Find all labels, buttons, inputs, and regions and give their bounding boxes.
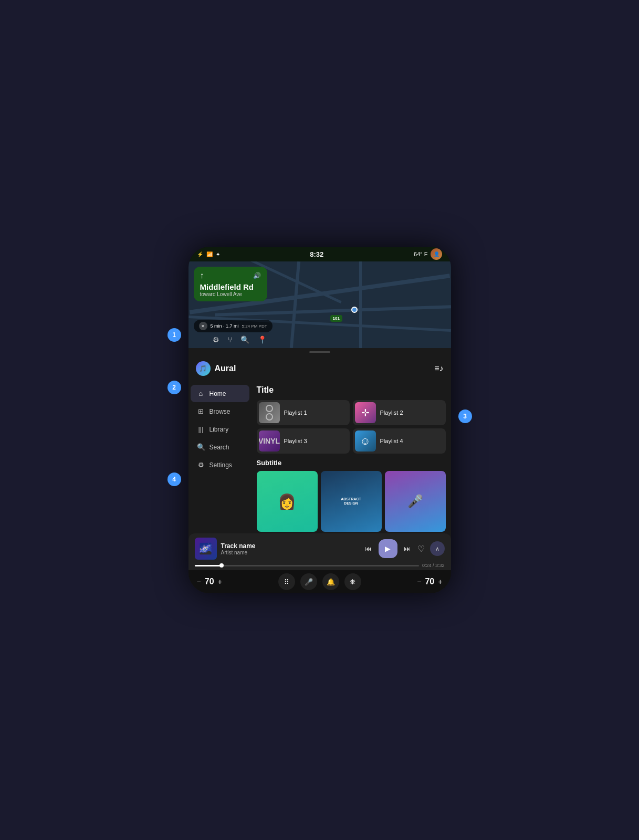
- sidebar-item-browse[interactable]: ⊞ Browse: [191, 403, 249, 420]
- nav-street: Middlefield Rd: [200, 282, 261, 291]
- temperature: 64° F: [414, 251, 427, 257]
- user-avatar[interactable]: 👤: [431, 248, 442, 260]
- app-name: Aural: [215, 364, 236, 373]
- time-display: 0:24 / 3:32: [422, 563, 445, 568]
- sidebar-label-home: Home: [209, 390, 226, 397]
- clock: 8:32: [310, 250, 323, 258]
- prev-button[interactable]: ⏮: [364, 543, 373, 554]
- player-controls: ⏮ ▶ ⏭ ♡ ∧: [364, 539, 445, 558]
- player-album-art: 🌌: [195, 538, 217, 560]
- playlist-grid: Playlist 1 ⊹ Playlist 2 VINYL: [257, 400, 446, 454]
- playlist-card-2[interactable]: ⊹ Playlist 2: [353, 400, 446, 425]
- playlist-thumb-1: [259, 402, 280, 423]
- mic-button[interactable]: 🎤: [300, 573, 317, 590]
- playlist-thumb-2: ⊹: [355, 402, 376, 423]
- expand-player-button[interactable]: ∧: [430, 541, 445, 556]
- nav-eta: 5 min · 1.7 mi: [211, 323, 239, 329]
- content-area: Title Playlist 1: [252, 381, 451, 533]
- annotation-3: 3: [458, 410, 472, 423]
- vol-right-value: 70: [423, 577, 436, 586]
- progress-track[interactable]: [195, 565, 419, 566]
- sidebar-item-settings[interactable]: ⚙ Settings: [191, 456, 249, 474]
- app-header: 🎵 Aural ≡♪: [188, 356, 451, 381]
- vol-left: − 70 +: [197, 577, 222, 586]
- nav-card: ↑ 🔊 Middlefield Rd toward Lowell Ave: [194, 267, 267, 301]
- annotation-4: 4: [167, 472, 181, 486]
- vol-left-plus[interactable]: +: [218, 578, 222, 586]
- player-artist-name: Artist name: [221, 550, 360, 555]
- playlist-name-1: Playlist 1: [284, 410, 307, 416]
- like-button[interactable]: ♡: [417, 544, 425, 554]
- map-section: ↑ 🔊 Middlefield Rd toward Lowell Ave 101…: [188, 261, 451, 348]
- album-art-1: 👩: [257, 471, 318, 532]
- music-app: 🎵 Aural ≡♪ ⌂ Home ⊞ Browse: [188, 356, 451, 593]
- bluetooth-icon: ⚡: [197, 251, 203, 257]
- playlist-name-2: Playlist 2: [380, 410, 403, 416]
- progress-fill: [195, 565, 222, 566]
- sidebar: ⌂ Home ⊞ Browse ||| Library 🔍 Search: [188, 381, 252, 533]
- vol-right-plus[interactable]: +: [438, 578, 442, 586]
- gear-icon: ⚙: [197, 461, 205, 469]
- playlist-thumb-4: ☺: [355, 430, 376, 452]
- queue-icon[interactable]: ≡♪: [434, 364, 443, 373]
- sidebar-item-search[interactable]: 🔍 Search: [191, 438, 249, 456]
- browse-icon: ⊞: [197, 407, 205, 415]
- play-button[interactable]: ▶: [379, 539, 397, 558]
- album-art-2: ABSTRACTDESIGN: [321, 471, 382, 532]
- status-bar: ⚡ 📶 ✦ 8:32 64° F 👤: [188, 247, 451, 261]
- vol-right-minus[interactable]: −: [417, 578, 421, 586]
- app-logo: 🎵: [196, 361, 211, 376]
- sidebar-item-home[interactable]: ⌂ Home: [191, 385, 249, 402]
- nav-direction-icon: ↑: [200, 271, 204, 280]
- climate-button[interactable]: ❋: [344, 573, 361, 590]
- search-icon: 🔍: [197, 443, 205, 451]
- section-subtitle: Subtitle: [257, 459, 446, 467]
- signal-icon: 📶: [206, 251, 213, 257]
- sidebar-label-search: Search: [209, 444, 229, 451]
- pin-icon[interactable]: 📍: [258, 335, 267, 344]
- album-card-3[interactable]: 🎤 Playlist name 3: [385, 471, 446, 533]
- sidebar-item-library[interactable]: ||| Library: [191, 421, 249, 438]
- playlist-name-4: Playlist 4: [380, 438, 403, 444]
- highway-badge: 101: [330, 315, 342, 322]
- playlist-card-4[interactable]: ☺ Playlist 4: [353, 428, 446, 454]
- playlist-card-3[interactable]: VINYL Playlist 3: [257, 428, 350, 454]
- search-map-icon[interactable]: 🔍: [240, 335, 249, 344]
- album-card-2[interactable]: ABSTRACTDESIGN Playlist name 2: [321, 471, 382, 533]
- main-content: ⌂ Home ⊞ Browse ||| Library 🔍 Search: [188, 381, 451, 533]
- playlist-card-1[interactable]: Playlist 1: [257, 400, 350, 425]
- bottom-icons: ⠿ 🎤 🔔 ❋: [278, 573, 361, 590]
- drag-handle[interactable]: [188, 348, 451, 356]
- player-track-name: Track name: [221, 542, 360, 550]
- album-card-1[interactable]: 👩 Playlist name 1: [257, 471, 318, 533]
- notification-button[interactable]: 🔔: [322, 573, 339, 590]
- settings-map-icon[interactable]: ⚙: [213, 335, 219, 344]
- vol-right: − 70 +: [417, 577, 442, 586]
- player-info: Track name Artist name: [221, 542, 360, 555]
- sidebar-label-browse: Browse: [209, 408, 231, 415]
- nav-toward: toward Lowell Ave: [200, 291, 261, 297]
- close-nav-button[interactable]: ✕: [199, 322, 207, 330]
- apps-button[interactable]: ⠿: [278, 573, 295, 590]
- brightness-icon: ✦: [216, 251, 220, 257]
- bottom-bar: − 70 + ⠿ 🎤 🔔 ❋ − 70 +: [188, 570, 451, 593]
- playlist-thumb-3: VINYL: [259, 430, 280, 452]
- route-icon[interactable]: ⑂: [228, 335, 232, 344]
- home-icon: ⌂: [197, 390, 205, 397]
- vol-left-minus[interactable]: −: [197, 578, 201, 586]
- nav-volume-icon[interactable]: 🔊: [253, 272, 261, 279]
- phone-frame: ⚡ 📶 ✦ 8:32 64° F 👤 ↑: [188, 247, 451, 593]
- sidebar-label-library: Library: [209, 426, 229, 433]
- sidebar-label-settings: Settings: [209, 461, 232, 469]
- next-button[interactable]: ⏭: [403, 543, 412, 554]
- progress-dot: [219, 563, 224, 568]
- progress-row: 0:24 / 3:32: [195, 563, 445, 568]
- location-dot: [351, 307, 358, 313]
- album-row: 👩 Playlist name 1 ABSTRACTDESIGN Playlis…: [257, 471, 446, 533]
- nav-arrival: 5:24 PM PDT: [242, 324, 267, 329]
- library-icon: |||: [197, 425, 205, 433]
- player-bar: 🌌 Track name Artist name ⏮ ▶ ⏭ ♡ ∧: [188, 533, 451, 570]
- vol-left-value: 70: [203, 577, 216, 586]
- playlist-name-3: Playlist 3: [284, 438, 307, 444]
- annotation-2: 2: [167, 381, 181, 394]
